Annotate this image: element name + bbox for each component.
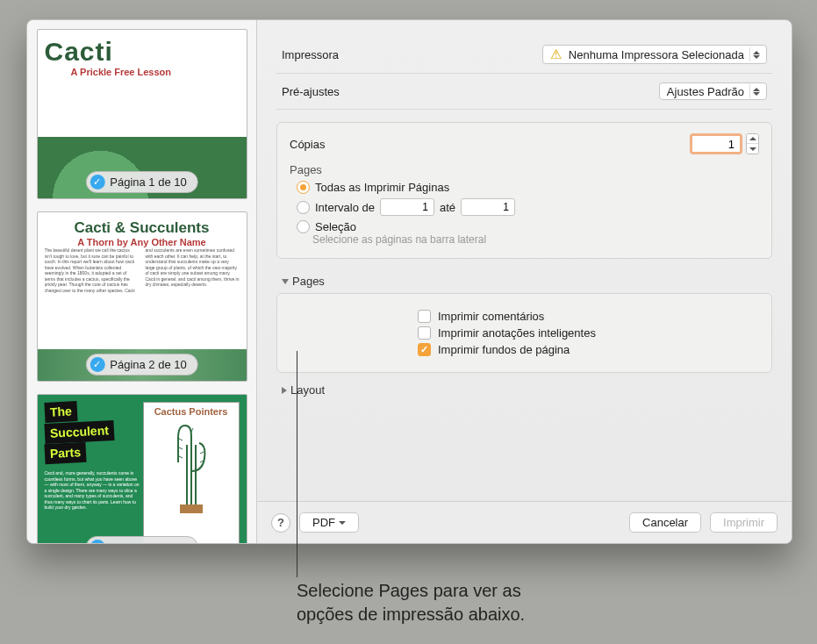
callout-line2: opções de impressão abaixo.: [297, 605, 525, 624]
svg-rect-0: [180, 504, 203, 513]
cb-comments[interactable]: [418, 310, 431, 323]
presets-label: Pré-ajustes: [282, 85, 378, 98]
printer-select[interactable]: ⚠︎ Nenhuma Impressora Selecionada: [542, 45, 767, 64]
dialog-footer: ? PDF Cancelar Imprimir: [257, 501, 792, 543]
cb-comments-label: Imprimir comentários: [438, 310, 544, 323]
radio-selection-label: Seleção: [315, 220, 356, 233]
disclosure-layout[interactable]: Layout: [282, 383, 772, 397]
stepper-down-icon[interactable]: [747, 144, 758, 154]
radio-range[interactable]: [297, 201, 310, 214]
updown-icon: [749, 47, 763, 61]
disclosure-pages-label: Pages: [292, 275, 325, 288]
thumb3-title-2: Succulent: [44, 420, 114, 444]
warning-icon: ⚠︎: [550, 47, 562, 62]
cancel-label: Cancelar: [642, 516, 688, 529]
cb-backgrounds[interactable]: [418, 343, 431, 356]
stepper-up-icon[interactable]: [747, 134, 758, 144]
chevron-down-icon: [282, 279, 289, 284]
cactus-icon: [161, 419, 222, 515]
page-thumbnail-2[interactable]: Cacti & Succulents A Thorn by Any Other …: [37, 211, 247, 382]
check-icon: ✓: [90, 540, 104, 543]
thumb2-body: The beautiful desert plant we call the c…: [45, 247, 240, 309]
copies-stepper[interactable]: [746, 133, 759, 154]
thumb2-subtitle: A Thorn by Any Other Name: [45, 237, 240, 247]
thumb2-title: Cacti & Succulents: [45, 219, 240, 237]
pages-group: Cópias Pages Todas as Imprimir Páginas I…: [276, 122, 772, 259]
radio-selection[interactable]: [297, 220, 310, 233]
radio-all[interactable]: [297, 181, 310, 194]
thumb3-body: Cacti and, more generally, succulents co…: [45, 470, 141, 511]
callout-line1: Selecione Pages para ver as: [297, 581, 521, 600]
thumb3-paper-title: Cactus Pointers: [147, 406, 235, 417]
presets-select[interactable]: Ajustes Padrão: [659, 82, 767, 100]
copies-input[interactable]: [690, 133, 742, 154]
thumbnail-sidebar: Cacti A Prickle Free Lesson ✓ Página 1 d…: [27, 20, 257, 543]
print-dialog: Cacti A Prickle Free Lesson ✓ Página 1 d…: [26, 19, 792, 544]
radio-selection-row[interactable]: Seleção: [297, 220, 759, 233]
thumb3-paper: Cactus Pointers: [143, 402, 240, 543]
presets-row: Pré-ajustes Ajustes Padrão: [276, 74, 772, 110]
radio-all-label: Todas as Imprimir Páginas: [315, 181, 449, 194]
pdf-button[interactable]: PDF: [299, 512, 359, 533]
thumb1-title: Cacti: [45, 37, 240, 67]
disclosure-layout-label: Layout: [290, 383, 325, 397]
callout-text: Selecione Pages para ver as opções de im…: [297, 579, 525, 626]
page-badge-label: Página 3 de 10: [110, 540, 186, 543]
presets-value: Ajustes Padrão: [667, 85, 744, 98]
printer-label: Impressora: [282, 48, 378, 61]
page-badge-1: ✓ Página 1 de 10: [85, 171, 197, 193]
thumb3-title-3: Parts: [44, 442, 86, 465]
chevron-right-icon: [282, 387, 287, 394]
cb-comments-row[interactable]: Imprimir comentários: [418, 310, 757, 323]
page-thumbnail-1[interactable]: Cacti A Prickle Free Lesson ✓ Página 1 d…: [37, 29, 247, 199]
check-icon: ✓: [90, 357, 104, 372]
range-from-label: Intervalo de: [315, 201, 375, 214]
page-badge-3: ✓ Página 3 de 10: [85, 536, 197, 543]
page-badge-label: Página 2 de 10: [110, 358, 186, 371]
thumb1-subtitle: A Prickle Free Lesson: [71, 67, 240, 77]
printer-value: Nenhuma Impressora Selecionada: [569, 48, 744, 61]
check-icon: ✓: [90, 175, 104, 190]
cb-smart-label: Imprimir anotações inteligentes: [438, 326, 596, 340]
radio-range-row[interactable]: Intervalo de até: [297, 198, 759, 216]
copies-label: Cópias: [290, 138, 386, 151]
print-options-panel: Impressora ⚠︎ Nenhuma Impressora Selecio…: [257, 20, 792, 543]
radio-all-row[interactable]: Todas as Imprimir Páginas: [297, 181, 759, 194]
help-button[interactable]: ?: [271, 513, 290, 533]
range-to-input[interactable]: [461, 198, 515, 216]
updown-icon: [749, 84, 763, 98]
range-to-label: até: [440, 201, 455, 214]
range-from-input[interactable]: [380, 198, 434, 216]
print-label: Imprimir: [723, 516, 764, 529]
thumb3-title-1: The: [44, 401, 77, 423]
cb-smart[interactable]: [418, 326, 431, 340]
disclosure-pages[interactable]: Pages: [282, 275, 772, 288]
selection-hint: Selecione as páginas na barra lateral: [312, 233, 759, 246]
page-badge-label: Página 1 de 10: [110, 175, 186, 189]
page-badge-2: ✓ Página 2 de 10: [85, 354, 197, 376]
pages-options-box: Imprimir comentários Imprimir anotações …: [276, 293, 772, 373]
cb-backgrounds-row[interactable]: Imprimir fundos de página: [418, 343, 757, 356]
cb-backgrounds-label: Imprimir fundos de página: [438, 343, 570, 356]
callout-line: [297, 351, 297, 577]
printer-row: Impressora ⚠︎ Nenhuma Impressora Selecio…: [276, 36, 772, 74]
cancel-button[interactable]: Cancelar: [629, 512, 701, 533]
pages-section-title: Pages: [290, 163, 759, 176]
print-button[interactable]: Imprimir: [710, 512, 778, 533]
pdf-label: PDF: [312, 516, 335, 529]
page-thumbnail-3[interactable]: The Succulent Parts Cacti and, more gene…: [37, 394, 247, 543]
cb-smart-row[interactable]: Imprimir anotações inteligentes: [418, 326, 757, 340]
chevron-down-icon: [339, 521, 346, 525]
